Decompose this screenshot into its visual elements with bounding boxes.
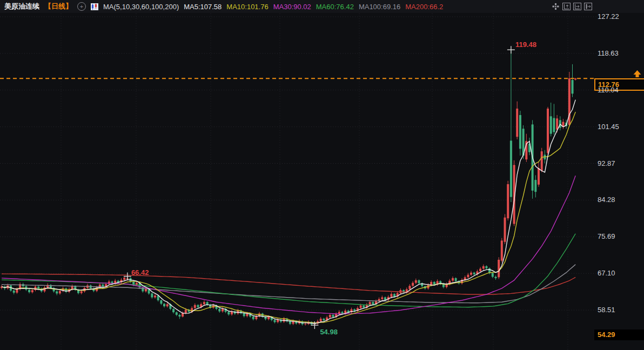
candle-body (31, 290, 33, 292)
candle-body (163, 304, 165, 306)
price-annotation: 54.98 (320, 328, 338, 336)
candle-body (274, 320, 276, 322)
candle-body (154, 295, 156, 297)
y-axis-label: 118.63 (598, 49, 619, 57)
ma200-value: MA200:66.2 (405, 3, 443, 11)
candle-body (384, 298, 386, 300)
candle-body (289, 321, 291, 324)
candle-body (329, 315, 331, 318)
candle-body (452, 278, 454, 281)
candle-body (246, 314, 248, 317)
y-axis-label: 58.51 (598, 306, 615, 314)
candle-body (393, 294, 395, 297)
kline-style-icon[interactable] (91, 3, 98, 10)
candle-body (390, 294, 392, 297)
candle-body (455, 278, 457, 281)
candle-body (572, 80, 574, 93)
candle-body (142, 287, 144, 291)
candle-body (176, 312, 178, 315)
candle-body (320, 319, 322, 321)
y-axis-label: 92.87 (598, 159, 615, 167)
candle-body (360, 306, 362, 308)
candle-body (504, 218, 506, 242)
candle-body (37, 287, 39, 289)
instrument-title: 美原油连续 (4, 2, 39, 11)
ma100-value: MA100:69.16 (359, 3, 400, 11)
candle-body (123, 278, 125, 280)
candle-body (28, 290, 30, 292)
candle-body (485, 266, 487, 268)
candle-body (574, 78, 576, 79)
candle-body (470, 273, 472, 275)
y-axis-label: 84.28 (598, 196, 615, 204)
candle-body (323, 319, 325, 320)
candle-body (556, 118, 558, 130)
chart-header: 美原油连续 【日线】 + MA(5,10,30,60,100,200) MA5:… (0, 0, 644, 13)
candle-body (372, 302, 374, 304)
candle-body (501, 240, 503, 260)
candle-body (341, 312, 344, 313)
candle-body (516, 109, 518, 137)
ma-line-ma5 (2, 100, 575, 324)
candle-body (498, 260, 500, 277)
indicator-axis-right-icon[interactable] (573, 3, 581, 10)
candle-body (160, 300, 162, 304)
candle-body (332, 315, 334, 317)
candle-body (178, 315, 180, 317)
candle-body (507, 184, 509, 218)
y-axis-label: 75.69 (598, 232, 615, 240)
price-axis[interactable]: 112.76 54.29 127.22118.63110.04101.4592.… (594, 0, 644, 350)
candle-body (59, 291, 61, 294)
price-annotation: 119.48 (515, 41, 536, 49)
ma-line-ma10 (2, 112, 575, 323)
y-axis-label: 67.10 (598, 269, 615, 277)
candle-body (541, 151, 543, 171)
candle-body (185, 309, 187, 313)
add-compare-icon[interactable]: + (77, 2, 86, 11)
candle-body (418, 280, 420, 284)
candle-body (363, 306, 365, 308)
candle-body (197, 305, 199, 307)
candle-body (16, 290, 18, 293)
candle-body (13, 291, 15, 293)
candle-body (412, 283, 414, 286)
candle-body (182, 313, 184, 317)
candle-body (538, 168, 540, 185)
candle-body (534, 180, 536, 192)
ma-lines (2, 100, 575, 324)
ma60-value: MA60:76.42 (316, 3, 354, 11)
ma-param-label[interactable]: MA(5,10,30,60,100,200) (103, 3, 179, 11)
indicator-axis-up-icon[interactable] (562, 3, 571, 10)
candle-body (479, 269, 481, 272)
kline-chart-window: 美原油连续 【日线】 + MA(5,10,30,60,100,200) MA5:… (0, 0, 644, 350)
y-axis-label: 101.45 (598, 123, 619, 131)
candle-body (473, 273, 475, 274)
visible-low-tag: 54.29 (594, 329, 644, 340)
pane-expand-icon[interactable] (584, 3, 592, 10)
candle-body (252, 317, 254, 319)
candle-body (482, 266, 485, 269)
candle-body (71, 286, 73, 290)
move-icon[interactable] (552, 3, 560, 10)
candle-body (145, 289, 147, 292)
candle-body (218, 309, 220, 312)
ma-line-ma30 (2, 176, 575, 314)
candle-body (492, 273, 494, 277)
candle-body (56, 291, 58, 293)
candle-body (510, 140, 512, 197)
candle-body (547, 109, 549, 153)
chart-toolbar (552, 3, 640, 10)
candlestick-chart[interactable]: 119.4866.4254.98 (0, 0, 644, 350)
candle-body (267, 317, 270, 319)
candle-body (495, 277, 497, 278)
candle-body (381, 298, 383, 299)
period-tag[interactable]: 【日线】 (44, 2, 72, 11)
candles (1, 50, 576, 326)
ma10-value: MA10:101.76 (226, 3, 268, 11)
candle-body (227, 312, 230, 314)
candle-body (430, 282, 432, 285)
candle-body (519, 115, 521, 149)
candle-body (415, 280, 417, 283)
candle-body (369, 302, 371, 305)
candle-body (467, 275, 469, 278)
